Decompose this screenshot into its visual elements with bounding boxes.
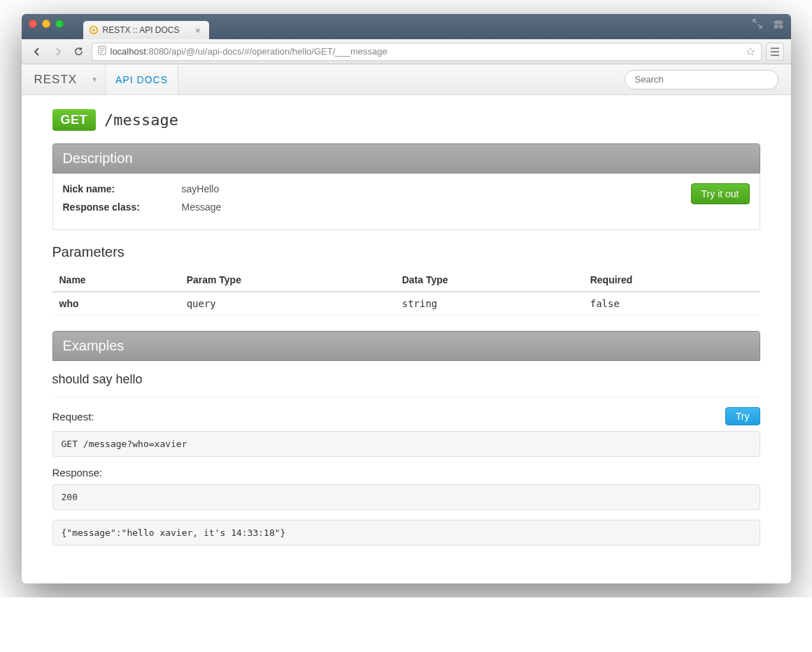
response-class-value: Message: [182, 201, 222, 213]
url-toolbar: localhost:8080/api/@/ui/api-docs/#/opera…: [22, 39, 791, 64]
param-name: who: [52, 292, 180, 316]
http-method-badge: GET: [52, 109, 97, 131]
tab-title: RESTX :: API DOCS: [103, 25, 180, 35]
try-button[interactable]: Try: [725, 407, 760, 425]
menu-button[interactable]: [766, 43, 784, 61]
col-required: Required: [583, 269, 760, 292]
browser-tab[interactable]: RESTX :: API DOCS ×: [83, 21, 209, 39]
nickname-row: Nick name: sayHello: [63, 183, 750, 194]
params-header-row: Name Param Type Data Type Required: [52, 269, 760, 292]
response-label: Response:: [52, 467, 760, 479]
brand[interactable]: RESTX: [34, 73, 85, 87]
request-label: Request:: [52, 411, 94, 423]
app-navbar: RESTX ▼ API DOCS: [22, 64, 791, 95]
svg-point-1: [92, 29, 95, 31]
col-data-type: Data Type: [395, 269, 583, 292]
tab-close-icon[interactable]: ×: [195, 25, 201, 36]
nickname-value: sayHello: [182, 183, 220, 194]
col-param-type: Param Type: [180, 269, 395, 292]
fullscreen-icon[interactable]: [752, 18, 764, 31]
title-bar: RESTX :: API DOCS ×: [22, 14, 791, 39]
search-input[interactable]: [625, 70, 778, 90]
svg-point-4: [778, 24, 783, 29]
try-it-out-button[interactable]: Try it out: [691, 183, 750, 204]
forward-button[interactable]: [50, 43, 66, 60]
minimize-window-button[interactable]: [42, 20, 50, 28]
tab-favicon-icon: [89, 25, 99, 35]
response-class-row: Response class: Message: [63, 201, 750, 213]
param-type: query: [180, 292, 395, 316]
url-path: :8080/api/@/ui/api-docs/#/operation/hell…: [146, 46, 387, 57]
brand-dropdown-icon[interactable]: ▼: [84, 76, 105, 83]
table-row: who query string false: [52, 292, 760, 316]
response-status: 200: [52, 484, 760, 510]
svg-rect-5: [778, 26, 779, 27]
reload-button[interactable]: [71, 43, 87, 60]
close-window-button[interactable]: [29, 20, 37, 28]
response-class-label: Response class:: [63, 201, 182, 213]
svg-point-3: [774, 24, 778, 29]
nickname-label: Nick name:: [63, 183, 182, 194]
nav-link-api-docs[interactable]: API DOCS: [105, 64, 178, 95]
title-bar-right: [752, 18, 784, 31]
request-body: GET /message?who=xavier: [52, 431, 760, 457]
zoom-window-button[interactable]: [55, 20, 64, 28]
browser-window: RESTX :: API DOCS ×: [22, 14, 791, 583]
request-row: Request: Try: [52, 407, 760, 425]
parameters-heading: Parameters: [52, 244, 760, 260]
content: GET /message Description Try it out Nick…: [22, 95, 791, 583]
section-header-examples: Examples: [52, 331, 760, 361]
col-name: Name: [52, 269, 180, 292]
example-title: should say hello: [52, 372, 760, 397]
url-host: localhost: [111, 46, 146, 57]
endpoint-path: /message: [104, 111, 178, 129]
param-data-type: string: [395, 292, 583, 316]
response-body: {"message":"hello xavier, it's 14:33:18"…: [52, 520, 760, 546]
url-text: localhost:8080/api/@/ui/api-docs/#/opera…: [111, 46, 387, 57]
bookmark-star-icon[interactable]: ☆: [746, 45, 755, 58]
svg-point-2: [774, 20, 783, 24]
endpoint-header: GET /message: [52, 109, 760, 131]
profile-icon[interactable]: [771, 18, 784, 31]
traffic-lights: [29, 20, 64, 28]
section-header-description: Description: [52, 143, 760, 173]
back-button[interactable]: [29, 43, 45, 60]
tab-strip: RESTX :: API DOCS ×: [83, 14, 784, 39]
page-icon: [98, 45, 106, 58]
parameters-table: Name Param Type Data Type Required who q…: [52, 269, 760, 316]
description-panel: Try it out Nick name: sayHello Response …: [52, 173, 760, 230]
search-wrap: [625, 70, 778, 90]
url-field[interactable]: localhost:8080/api/@/ui/api-docs/#/opera…: [92, 43, 762, 61]
param-required: false: [583, 292, 760, 316]
